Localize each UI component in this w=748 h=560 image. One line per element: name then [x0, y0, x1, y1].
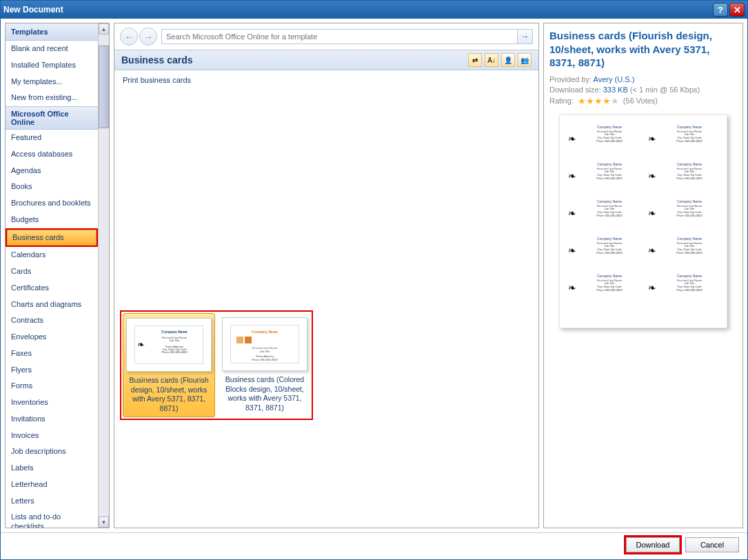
star-icon: ★ [611, 96, 619, 106]
sidebar-section-online: Microsoft Office Online [6, 106, 98, 130]
search-go-button[interactable]: → [517, 30, 532, 43]
provided-by-value: Avery (U.S.) [594, 75, 635, 83]
sidebar-item-envelopes[interactable]: Envelopes [6, 329, 98, 346]
sidebar-scrollbar[interactable]: ▲ ▼ [98, 23, 109, 528]
download-note: (< 1 min @ 56 Kbps) [630, 86, 700, 94]
sort-button[interactable]: A↓ [485, 53, 498, 67]
community-filter-button[interactable]: 👥 [518, 53, 532, 67]
preview-sheet: ❧Company NameFirst and Last NameJob Titl… [559, 114, 727, 328]
templates-sidebar: Templates Blank and recent Installed Tem… [5, 23, 110, 528]
sidebar-item-jobdesc[interactable]: Job descriptions [6, 443, 98, 460]
dialog-footer: Download Cancel [1, 532, 747, 556]
sidebar-item-letters[interactable]: Letters [6, 493, 98, 510]
sidebar-item-letterhead[interactable]: Letterhead [6, 477, 98, 493]
template-label: Business cards (Colored Blocks design, 1… [222, 375, 307, 413]
sidebar-item-access[interactable]: Access databases [6, 146, 98, 163]
main-panel: ← → → Business cards ⇄ A↓ 👤 👥 Print busi… [114, 23, 539, 528]
highlight-box-sidebar: Business cards [6, 228, 98, 248]
sidebar-item-lists[interactable]: Lists and to-do checklists [6, 509, 98, 528]
sidebar-item-certificates[interactable]: Certificates [6, 280, 98, 297]
help-button[interactable]: ? [713, 3, 728, 17]
sidebar-item-featured[interactable]: Featured [6, 130, 98, 146]
template-flourish-thumbnail: ❧ Company NameFirst and Last NameJob Tit… [126, 318, 212, 372]
provided-by-label: Provided by: [549, 75, 592, 83]
sidebar-item-agendas[interactable]: Agendas [6, 163, 98, 179]
sidebar-item-installed[interactable]: Installed Templates [6, 57, 98, 74]
sidebar-header: Templates [6, 23, 98, 41]
nav-back-button[interactable]: ← [120, 28, 138, 46]
download-size-value: 333 KB [603, 86, 628, 94]
template-flourish[interactable]: ❧ Company NameFirst and Last NameJob Tit… [123, 313, 215, 417]
download-size-label: Download size: [549, 86, 601, 94]
sidebar-item-invoices[interactable]: Invoices [6, 428, 98, 444]
rating-stars: ★ ★ ★ ★ ★ [578, 96, 619, 106]
template-colored-blocks[interactable]: Company Name First and Last Name Job Tit… [219, 313, 310, 417]
sidebar-item-brochures[interactable]: Brochures and booklets [6, 195, 98, 212]
sidebar-item-invitations[interactable]: Invitations [6, 411, 98, 428]
sidebar-item-charts[interactable]: Charts and diagrams [6, 297, 98, 313]
color-blocks-icon [236, 337, 293, 343]
rating-label: Rating: [549, 97, 574, 105]
star-icon: ★ [586, 96, 594, 106]
template-colored-blocks-thumbnail: Company Name First and Last Name Job Tit… [222, 317, 307, 371]
cancel-button[interactable]: Cancel [685, 537, 739, 552]
star-icon: ★ [594, 96, 603, 106]
scroll-down-icon[interactable]: ▼ [99, 517, 109, 528]
sidebar-item-inventories[interactable]: Inventories [6, 394, 98, 411]
sidebar-item-budgets[interactable]: Budgets [6, 212, 98, 228]
sidebar-item-forms[interactable]: Forms [6, 378, 98, 394]
star-icon: ★ [603, 96, 611, 106]
close-button[interactable]: ✕ [729, 3, 745, 17]
sidebar-item-newfrom[interactable]: New from existing... [6, 90, 98, 106]
scroll-thumb[interactable] [99, 46, 109, 128]
nav-forward-button[interactable]: → [139, 28, 157, 46]
preview-panel: Business cards (Flourish design, 10/shee… [543, 23, 743, 528]
download-button[interactable]: Download [626, 537, 680, 552]
votes-text: (56 Votes) [623, 97, 658, 105]
sidebar-item-contracts[interactable]: Contracts [6, 312, 98, 329]
print-business-cards-link[interactable]: Print business cards [114, 70, 538, 90]
sidebar-item-cards[interactable]: Cards [6, 263, 98, 280]
sidebar-item-faxes[interactable]: Faxes [6, 346, 98, 362]
community-templates-button[interactable]: 👤 [501, 53, 515, 67]
sidebar-item-mytemplates[interactable]: My templates... [6, 74, 98, 90]
scroll-up-icon[interactable]: ▲ [99, 23, 109, 34]
flourish-icon: ❧ [135, 326, 146, 363]
title-bar: New Document ? ✕ [1, 1, 747, 19]
template-label: Business cards (Flourish design, 10/shee… [126, 376, 212, 414]
search-box: → [161, 29, 533, 44]
highlight-box-templates: ❧ Company NameFirst and Last NameJob Tit… [120, 310, 313, 420]
sidebar-item-business-cards[interactable]: Business cards [7, 230, 97, 246]
window-title: New Document [3, 5, 711, 14]
sidebar-item-flyers[interactable]: Flyers [6, 362, 98, 379]
view-toggle-button[interactable]: ⇄ [468, 53, 482, 67]
sidebar-item-calendars[interactable]: Calendars [6, 247, 98, 263]
search-input[interactable] [162, 30, 517, 43]
sidebar-item-labels[interactable]: Labels [6, 460, 98, 477]
sidebar-item-books[interactable]: Books [6, 179, 98, 195]
star-icon: ★ [578, 96, 586, 106]
category-title: Business cards [121, 54, 468, 66]
sidebar-item-blank[interactable]: Blank and recent [6, 41, 98, 57]
preview-title: Business cards (Flourish design, 10/shee… [549, 29, 737, 70]
